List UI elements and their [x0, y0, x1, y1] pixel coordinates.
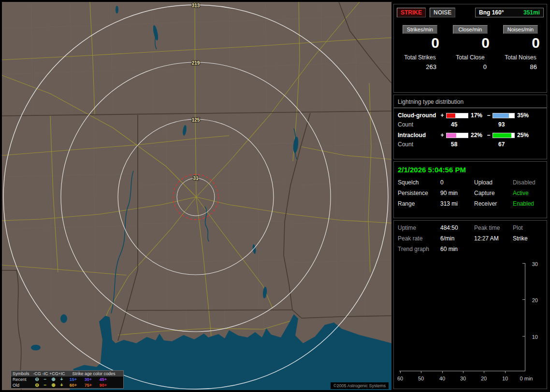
age-30: 30+	[81, 377, 96, 382]
ring-label-125: 125	[192, 117, 200, 123]
trend-graph-span: 60 min	[440, 246, 474, 252]
peak-time-label: Peak time	[474, 224, 513, 231]
peak-time-value: 12:27 AM	[474, 235, 513, 242]
noise-mode-button[interactable]: NOISE	[430, 8, 455, 17]
total-close-label: Total Close	[445, 54, 495, 61]
x-tick	[421, 371, 421, 373]
range-value: 313 mi	[440, 200, 474, 207]
peak-rate-value: 6/min	[440, 235, 474, 242]
legend-age-title: Strike age color codes	[66, 371, 122, 376]
bearing-distance: 351mi	[523, 9, 540, 16]
x-tick	[400, 371, 401, 373]
trend-graph: 30 20 10 60 50 40 30 20 10 0 min	[397, 260, 544, 386]
peak-rate-label: Peak rate	[398, 235, 440, 242]
ic-plus-percent: 22%	[469, 132, 486, 139]
cloud-ground-label: Cloud-ground	[398, 112, 439, 119]
legend-row-recent: Recent ⊖ − ⊕ + 15+ 30+ 45+	[11, 377, 123, 382]
age-75: 75+	[81, 383, 96, 388]
count-label: Count	[398, 141, 439, 148]
receiver-status: Enabled	[513, 200, 543, 207]
noises-column: Noises/min 0 Total Noises 86	[495, 25, 546, 70]
ic-plus-bar	[446, 133, 468, 138]
ic-plus-count: 58	[439, 141, 487, 148]
cg-plus-count: 45	[439, 121, 487, 128]
plot-value: Strike	[513, 235, 543, 242]
cg-plus-bar	[446, 113, 468, 118]
total-close-value: 0	[445, 63, 495, 70]
ic-plus-bar-fill	[447, 133, 456, 138]
total-strikes-value: 263	[395, 63, 445, 70]
x-label-20: 20	[481, 376, 487, 381]
strike-mode-button[interactable]: STRIKE	[397, 8, 426, 17]
session-row-trend: Trend graph 60 min	[398, 246, 543, 252]
recent-neg-ic-icon: −	[41, 377, 49, 382]
total-noises-label: Total Noises	[495, 54, 546, 61]
legend-row-old: Old ⊖ − ⊕ + 60+ 75+ 90+	[11, 382, 123, 388]
close-column: Close/min 0 Total Close 0	[445, 25, 495, 70]
noises-per-min-button[interactable]: Noises/min	[503, 25, 538, 34]
distribution-title: Lightning type distribution	[394, 95, 547, 108]
intracloud-row: Intracloud + 22% − 25%	[394, 128, 547, 139]
y-label-20: 20	[532, 297, 538, 303]
total-strikes-label: Total Strikes	[395, 54, 445, 61]
persistence-label: Persistence	[398, 190, 440, 196]
minus-sign: −	[486, 112, 492, 119]
old-pos-ic-icon: +	[58, 383, 66, 388]
y-tick	[522, 336, 525, 336]
status-rows: Squelch 0 Upload Disabled Persistence 90…	[394, 177, 547, 213]
recent-neg-cg-icon: ⊖	[33, 377, 41, 382]
ring-label-313: 313	[192, 3, 200, 8]
strikes-column: Strikes/min 0 Total Strikes 263	[395, 25, 445, 70]
ring-label-31: 31	[193, 176, 199, 181]
legend-col-pos-ic: +IC	[58, 371, 66, 376]
session-row-peak: Peak rate 6/min 12:27 AM Strike	[398, 235, 543, 242]
lightning-map[interactable]: 313 219 125 31 Symbols -CG -IC +CG +IC S…	[2, 2, 391, 390]
legend-col-neg-ic: -IC	[41, 371, 49, 376]
upload-label: Upload	[474, 179, 513, 186]
cg-minus-percent: 35%	[516, 112, 532, 119]
map-legend: Symbols -CG -IC +CG +IC Strike age color…	[11, 370, 124, 389]
x-label-30: 30	[460, 376, 466, 381]
age-90: 90+	[96, 383, 111, 388]
receiver-label: Receiver	[474, 200, 513, 207]
range-label: Range	[398, 200, 440, 207]
close-per-min-button[interactable]: Close/min	[453, 25, 488, 34]
cloud-ground-count-row: Count 45 93	[394, 119, 547, 128]
intracloud-count-row: Count 58 67	[394, 139, 547, 148]
old-pos-cg-icon: ⊕	[49, 383, 58, 388]
trend-graph-label: Trend graph	[398, 246, 440, 252]
y-tick	[522, 299, 525, 300]
distribution-box: Lightning type distribution Cloud-ground…	[393, 95, 547, 159]
x-tick	[442, 371, 443, 373]
persistence-value: 90 min	[440, 190, 474, 196]
copyright-text: ©2005 Astrogenic Systems	[331, 382, 389, 389]
x-tick	[463, 371, 463, 373]
y-tick	[522, 263, 525, 264]
x-label-40: 40	[439, 376, 445, 381]
uptime-label: Uptime	[398, 224, 440, 231]
age-15: 15+	[66, 377, 81, 382]
noises-per-min-value: 0	[495, 35, 546, 51]
recent-pos-cg-icon: ⊕	[49, 377, 58, 382]
session-box: Uptime 484:50 Peak time Plot Peak rate 6…	[393, 220, 547, 389]
session-row-uptime: Uptime 484:50 Peak time Plot	[398, 224, 543, 231]
total-noises-value: 86	[495, 63, 546, 70]
minus-sign: −	[486, 132, 492, 139]
ic-minus-count: 67	[487, 141, 534, 148]
x-label-10: 10	[502, 376, 508, 381]
datetime-display: 2/1/2026 5:04:56 PM	[394, 162, 547, 177]
mode-toolbar: STRIKE NOISE Bng 160° 351mi	[394, 4, 547, 17]
plus-sign: +	[439, 132, 445, 139]
cg-minus-count: 93	[487, 121, 534, 128]
y-label-30: 30	[532, 261, 538, 267]
old-neg-cg-icon: ⊖	[33, 383, 41, 388]
cloud-ground-row: Cloud-ground + 17% − 35%	[394, 108, 547, 119]
legend-col-neg-cg: -CG	[33, 371, 41, 376]
strikes-per-min-button[interactable]: Strikes/min	[403, 25, 437, 34]
legend-symbols-label: Symbols	[13, 371, 33, 376]
legend-header: Symbols -CG -IC +CG +IC Strike age color…	[11, 371, 123, 377]
ring-label-219: 219	[192, 60, 200, 66]
ic-minus-percent: 25%	[516, 132, 532, 139]
count-label: Count	[398, 121, 439, 128]
cg-plus-bar-fill	[447, 113, 455, 118]
